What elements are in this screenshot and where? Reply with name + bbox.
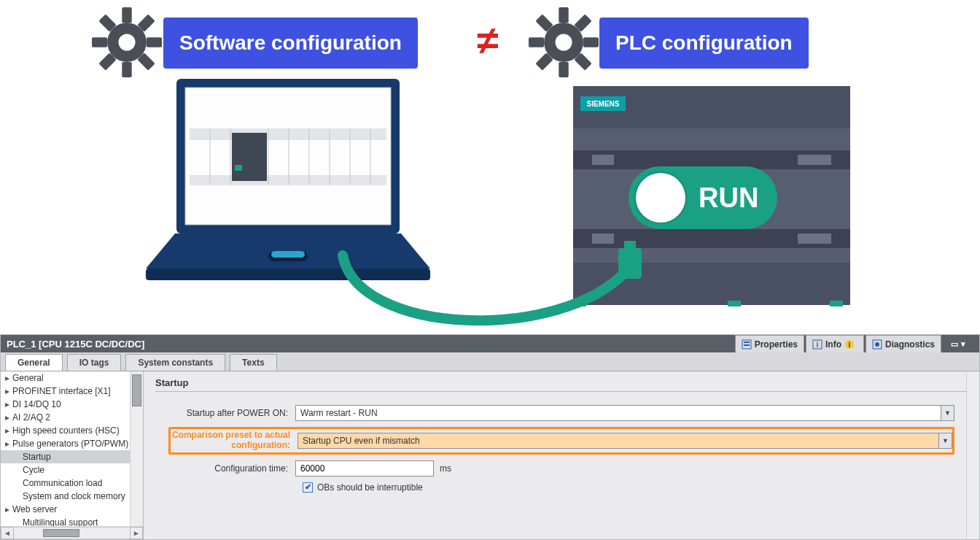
expand-arrow-icon: ▸ xyxy=(5,425,12,436)
tree-item-label: High speed counters (HSC) xyxy=(12,425,120,436)
tree-item[interactable]: ▸High speed counters (HSC) xyxy=(1,424,130,437)
panel-body: ▸General▸PROFINET interface [X1]▸DI 14/D… xyxy=(1,371,979,539)
chevron-down-icon[interactable]: ▼ xyxy=(938,433,952,448)
tab-io-tags[interactable]: IO tags xyxy=(67,354,122,371)
svg-rect-48 xyxy=(624,241,636,251)
nav-tree[interactable]: ▸General▸PROFINET interface [X1]▸DI 14/D… xyxy=(1,371,130,526)
tree-item[interactable]: Communication load xyxy=(1,477,130,490)
expand-arrow-icon: ▸ xyxy=(5,504,12,514)
properties-icon xyxy=(742,339,752,350)
tab-texts[interactable]: Texts xyxy=(230,354,276,371)
properties-panel: PLC_1 [CPU 1215C DC/DC/DC] Properties i … xyxy=(0,334,980,540)
tree-item-label: Startup xyxy=(23,452,51,462)
scrollbar-track[interactable] xyxy=(14,527,130,539)
svg-rect-28 xyxy=(235,165,242,171)
row-config-time: Configuration time: ms xyxy=(168,460,954,477)
expand-arrow-icon: ▸ xyxy=(5,412,12,423)
comparison-select[interactable]: Startup CPU even if mismatch ▼ xyxy=(298,433,952,449)
tree-scrollbar-horizontal[interactable]: ◄ ► xyxy=(1,526,143,539)
svg-rect-47 xyxy=(618,248,642,279)
svg-point-12 xyxy=(555,34,572,50)
tree-item-label: Pulse generators (PTO/PWM) xyxy=(12,439,128,449)
tree-item[interactable]: Cycle xyxy=(1,463,130,477)
tab-system-constants[interactable]: System constants xyxy=(125,354,225,371)
svg-rect-27 xyxy=(232,133,267,181)
tree-item[interactable]: ▸AI 2/AQ 2 xyxy=(1,411,130,424)
svg-point-2 xyxy=(118,34,135,50)
obs-checkbox[interactable]: ✔ xyxy=(303,482,313,493)
tree-item[interactable]: Multilingual support xyxy=(1,516,130,526)
comparison-value: Startup CPU even if mismatch xyxy=(303,436,420,446)
content-scrollbar-vertical[interactable] xyxy=(966,371,979,539)
diagnostics-icon xyxy=(872,339,882,350)
expand-arrow-icon: ▸ xyxy=(5,373,12,383)
scroll-left-button[interactable]: ◄ xyxy=(1,527,14,539)
header-tab-info[interactable]: i Info i xyxy=(806,335,864,352)
plc-config-label: PLC configuration xyxy=(615,31,793,55)
scrollbar-thumb[interactable] xyxy=(132,374,141,406)
svg-rect-40 xyxy=(592,155,614,165)
startup-form: Startup after POWER ON: Warm restart - R… xyxy=(155,399,968,506)
svg-rect-32 xyxy=(271,251,305,258)
tree-item[interactable]: System and clock memory xyxy=(1,490,130,503)
svg-rect-18 xyxy=(190,175,386,185)
software-config-badge: Software configuration xyxy=(163,18,418,69)
toggle-knob xyxy=(636,173,685,223)
tree-item-label: AI 2/AQ 2 xyxy=(12,412,50,423)
row-comparison: Comparison preset to actual configuratio… xyxy=(168,427,954,455)
tree-item[interactable]: ▸Pulse generators (PTO/PWM) xyxy=(1,437,130,450)
warning-icon: i xyxy=(844,339,855,350)
power-on-label: Startup after POWER ON: xyxy=(168,408,295,418)
tree-item[interactable]: ▸DI 14/DQ 10 xyxy=(1,398,130,411)
tab-label: Info xyxy=(825,339,841,350)
nav-tree-wrap: ▸General▸PROFINET interface [X1]▸DI 14/D… xyxy=(1,371,144,539)
svg-rect-10 xyxy=(529,37,544,47)
tree-item[interactable]: ▸Web server xyxy=(1,503,130,516)
config-time-input[interactable] xyxy=(295,460,434,477)
plc-config-badge: PLC configuration xyxy=(599,18,809,69)
svg-rect-50 xyxy=(744,342,750,343)
tree-item-label: Multilingual support xyxy=(23,517,98,526)
header-tab-diagnostics[interactable]: Diagnostics xyxy=(866,335,941,352)
diagram-area: Software configuration PLC configuration… xyxy=(0,0,980,334)
content-area: Startup Startup after POWER ON: Warm res… xyxy=(144,371,979,539)
power-on-value: Warm restart - RUN xyxy=(300,408,378,418)
panel-title-bar: PLC_1 [CPU 1215C DC/DC/DC] Properties i … xyxy=(1,335,979,352)
tree-item-label: General xyxy=(12,373,44,383)
tree-item[interactable]: ▸PROFINET interface [X1] xyxy=(1,385,130,398)
tab-general[interactable]: General xyxy=(5,354,63,371)
gear-icon xyxy=(92,7,162,77)
svg-rect-46 xyxy=(830,301,843,306)
scroll-right-button[interactable]: ► xyxy=(130,527,143,539)
software-config-label: Software configuration xyxy=(179,31,402,55)
tab-label: Diagnostics xyxy=(885,339,935,350)
row-obs-interruptible: ✔ OBs should be interruptible xyxy=(303,482,954,493)
tree-scrollbar-vertical[interactable] xyxy=(130,371,143,526)
svg-rect-1 xyxy=(122,7,131,23)
svg-rect-6 xyxy=(583,37,599,47)
gear-icon xyxy=(529,7,599,77)
tree-item-label: Web server xyxy=(12,504,57,514)
svg-rect-16 xyxy=(190,128,386,140)
chevron-down-icon[interactable]: ▼ xyxy=(941,406,954,420)
header-tab-properties[interactable]: Properties xyxy=(735,335,804,352)
svg-text:i: i xyxy=(817,341,819,349)
power-on-select[interactable]: Warm restart - RUN ▼ xyxy=(295,405,954,421)
tree-item[interactable]: ▸General xyxy=(1,371,130,385)
svg-rect-42 xyxy=(798,155,831,165)
svg-text:i: i xyxy=(849,341,851,349)
tree-item-label: System and clock memory xyxy=(23,491,125,501)
scrollbar-thumb[interactable] xyxy=(43,529,79,537)
config-time-label: Configuration time: xyxy=(168,463,295,474)
tree-item[interactable]: Startup xyxy=(1,450,130,463)
row-power-on: Startup after POWER ON: Warm restart - R… xyxy=(168,405,954,421)
svg-rect-45 xyxy=(728,301,741,306)
expand-arrow-icon: ▸ xyxy=(5,439,12,449)
svg-point-57 xyxy=(875,342,879,347)
tree-item-label: Cycle xyxy=(23,465,44,475)
not-equal-icon: ≠ xyxy=(477,18,499,63)
svg-rect-4 xyxy=(559,7,568,23)
info-icon: i xyxy=(812,339,822,350)
expand-arrow-icon: ▸ xyxy=(5,399,12,409)
window-controls[interactable]: ▭ ▾ xyxy=(941,335,975,352)
